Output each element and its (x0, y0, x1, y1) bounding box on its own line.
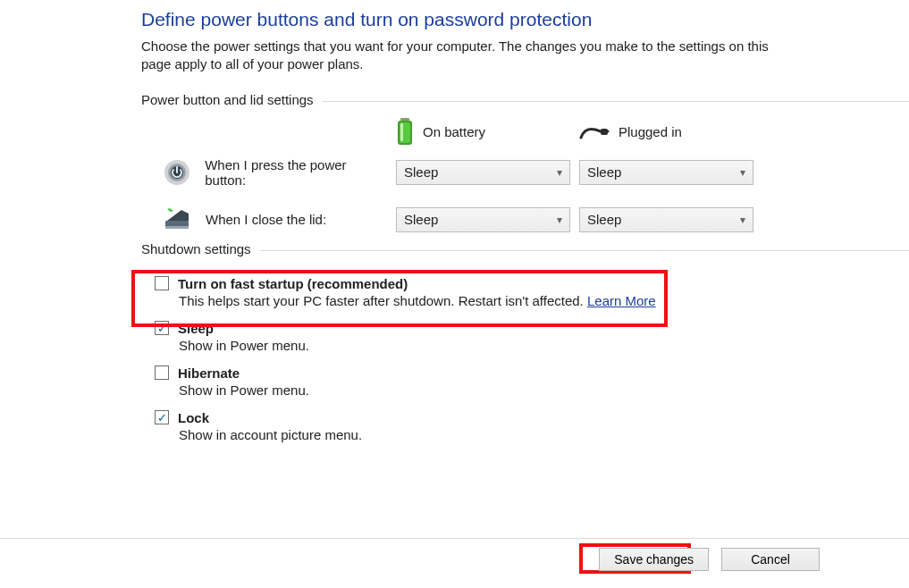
bottom-bar: Save changes Cancel (0, 538, 909, 571)
opt-sleep-title: Sleep (178, 321, 214, 336)
col-header-plugged: Plugged in (619, 124, 682, 139)
page-title: Define power buttons and turn on passwor… (141, 9, 909, 30)
col-header-battery: On battery (423, 124, 485, 139)
checkbox-hibernate[interactable] (155, 365, 169, 380)
page-subtitle: Choose the power settings that you want … (141, 38, 780, 74)
row-lid-label: When I close the lid: (206, 212, 326, 227)
svg-rect-4 (601, 129, 608, 135)
battery-icon (396, 118, 414, 147)
chevron-down-icon: ▾ (740, 214, 745, 226)
opt-hibernate: Hibernate Show in Power menu. (141, 365, 909, 398)
select-power-battery-value: Sleep (404, 164, 438, 180)
learn-more-link[interactable]: Learn More (587, 293, 656, 308)
select-lid-plugged[interactable]: Sleep ▾ (579, 207, 753, 232)
cancel-button[interactable]: Cancel (721, 548, 820, 571)
opt-fast-title: Turn on fast startup (recommended) (178, 276, 408, 291)
group-legend-shutdown: Shutdown settings (141, 241, 260, 256)
chevron-down-icon: ▾ (557, 166, 562, 179)
opt-fast-desc: This helps start your PC faster after sh… (179, 293, 587, 308)
svg-rect-9 (165, 226, 189, 229)
svg-rect-3 (400, 123, 403, 141)
row-power-label: When I press the power button: (205, 157, 387, 188)
checkbox-sleep[interactable]: ✓ (155, 321, 169, 335)
svg-rect-0 (400, 118, 409, 121)
chevron-down-icon: ▾ (557, 214, 562, 226)
opt-sleep: ✓ Sleep Show in Power menu. (141, 321, 909, 353)
opt-lock: ✓ Lock Show in account picture menu. (141, 410, 909, 442)
opt-lock-title: Lock (178, 410, 209, 425)
select-lid-battery-value: Sleep (404, 212, 438, 227)
opt-fast-startup: Turn on fast startup (recommended) This … (141, 276, 909, 308)
save-button[interactable]: Save changes (599, 548, 709, 571)
group-legend-power: Power button and lid settings (141, 92, 323, 107)
plug-icon (579, 123, 610, 141)
select-power-plugged-value: Sleep (587, 164, 621, 180)
group-power-button-lid: Power button and lid settings On battery (141, 92, 909, 232)
select-power-plugged[interactable]: Sleep ▾ (579, 160, 753, 185)
row-power-button: When I press the power button: Sleep ▾ S… (141, 157, 909, 188)
chevron-down-icon: ▾ (740, 166, 745, 179)
opt-lock-desc: Show in account picture menu. (155, 427, 909, 442)
opt-hibernate-desc: Show in Power menu. (155, 382, 909, 398)
power-button-icon (161, 159, 192, 186)
select-power-battery[interactable]: Sleep ▾ (396, 160, 570, 185)
select-lid-battery[interactable]: Sleep ▾ (396, 207, 570, 232)
laptop-lid-icon (161, 208, 193, 231)
checkbox-lock[interactable]: ✓ (155, 410, 169, 424)
row-close-lid: When I close the lid: Sleep ▾ Sleep ▾ (141, 207, 909, 232)
select-lid-plugged-value: Sleep (587, 212, 621, 227)
opt-hibernate-title: Hibernate (178, 365, 240, 381)
checkbox-fast-startup[interactable] (155, 276, 169, 290)
opt-sleep-desc: Show in Power menu. (155, 338, 909, 353)
group-shutdown-settings: Shutdown settings Turn on fast startup (… (141, 241, 909, 442)
